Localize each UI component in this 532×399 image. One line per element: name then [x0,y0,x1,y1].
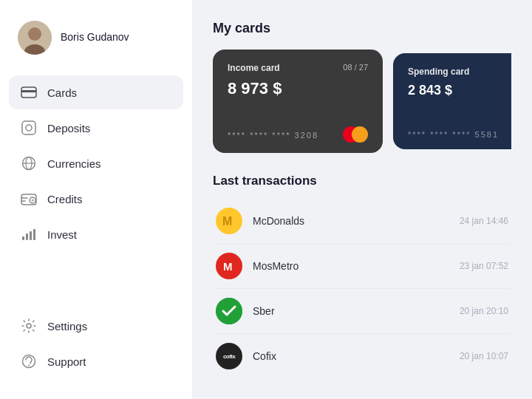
sidebar-item-label: Invest [47,228,77,241]
svg-rect-15 [33,229,35,240]
mosmetro-logo: M [216,253,242,279]
svg-rect-13 [26,233,28,240]
sidebar-item-label: Cards [47,86,77,99]
sidebar-item-label: Support [47,355,86,368]
my-cards-title: My cards [213,21,511,36]
cards-icon [21,84,37,100]
svg-rect-4 [21,90,36,92]
svg-text:M: M [222,215,232,228]
sidebar-item-credits[interactable]: Credits [9,182,183,216]
transaction-name: McDonalds [253,215,449,227]
transaction-name: Sber [253,305,449,317]
user-name: Boris Gudanov [61,30,129,45]
sber-logo [216,298,242,324]
svg-point-16 [27,324,31,328]
sidebar: Boris Gudanov Cards Deposits [0,0,192,399]
transaction-item[interactable]: Sber 20 jan 20:10 [213,289,511,334]
transaction-list: M McDonalds 24 jan 14:46 M MosMetro 23 j… [213,199,511,378]
mcdonalds-logo: M [216,208,242,234]
svg-rect-12 [22,236,24,240]
svg-point-6 [26,125,32,131]
spending-card-label: Spending card [408,66,511,77]
income-card-balance: 8 973 $ [228,79,368,98]
main-content: My cards Income card 08 / 27 8 973 $ ***… [192,0,532,399]
svg-point-18 [28,365,30,366]
income-card-expiry: 08 / 27 [343,63,368,72]
transaction-name: Cofix [253,350,449,362]
transaction-date: 23 jan 07:52 [460,261,508,271]
income-card-number: **** **** **** 3208 [228,131,318,140]
income-card[interactable]: Income card 08 / 27 8 973 $ **** **** **… [213,50,383,153]
settings-icon [21,318,37,334]
avatar [18,21,52,55]
user-profile: Boris Gudanov [9,15,183,69]
sidebar-item-settings[interactable]: Settings [9,309,183,343]
transaction-item[interactable]: M McDonalds 24 jan 14:46 [213,199,511,244]
transaction-date: 24 jan 14:46 [460,216,508,226]
sidebar-item-cards[interactable]: Cards [9,75,183,109]
svg-rect-5 [22,121,35,134]
sidebar-item-label: Deposits [47,122,90,134]
spending-card-balance: 2 843 $ [408,83,511,98]
sidebar-item-label: Settings [47,320,87,332]
nav-primary: Cards Deposits Currencies [9,75,183,251]
sidebar-item-label: Credits [47,193,83,205]
sidebar-item-label: Currencies [47,157,101,170]
credits-icon [21,191,37,207]
transaction-name: MosMetro [253,260,449,272]
svg-point-1 [28,27,41,41]
sidebar-item-invest[interactable]: Invest [9,217,183,251]
nav-bottom: Settings Support [9,309,183,378]
invest-icon [21,226,37,242]
transaction-date: 20 jan 10:07 [460,351,508,361]
transactions-title: Last transactions [213,174,511,188]
spending-card-number: **** **** **** 5581 [408,130,499,139]
cofix-logo: cofix [216,343,242,369]
sidebar-item-currencies[interactable]: Currencies [9,146,183,180]
transaction-item[interactable]: cofix Cofix 20 jan 10:07 [213,334,511,378]
support-icon [21,353,37,369]
mastercard-icon [343,126,368,143]
transaction-date: 20 jan 20:10 [460,306,508,316]
cards-row: Income card 08 / 27 8 973 $ **** **** **… [213,50,511,153]
currencies-icon [21,155,37,171]
svg-text:M: M [223,260,233,273]
transaction-item[interactable]: M MosMetro 23 jan 07:52 [213,244,511,289]
svg-rect-14 [30,231,32,240]
spending-card[interactable]: Spending card 2 843 $ **** **** **** 558… [393,53,511,149]
sidebar-item-support[interactable]: Support [9,344,183,378]
deposits-icon [21,120,37,136]
sidebar-item-deposits[interactable]: Deposits [9,111,183,145]
